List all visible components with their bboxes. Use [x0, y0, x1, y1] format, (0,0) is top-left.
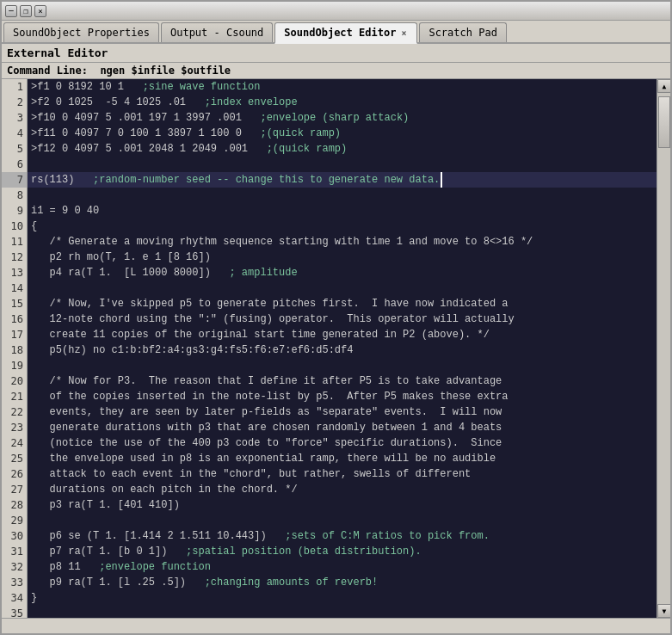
code-text-30: p6 se (T 1. [1.414 2 1.511 10.443])	[31, 528, 285, 544]
code-text-22: events, they are seen by later p-fields …	[31, 404, 502, 420]
code-line-14	[28, 281, 657, 296]
restore-icon: ❐	[23, 7, 28, 15]
code-line-5: >f12 0 4097 5 .001 2048 1 2049 .001 ;(qu…	[28, 141, 657, 157]
code-comment-32: ;envelope function	[99, 559, 211, 575]
restore-button[interactable]: ❐	[20, 5, 32, 17]
code-line-10: {	[28, 219, 657, 234]
line-number-14: 14	[2, 281, 27, 296]
scrollbar: ▲ ▼	[657, 79, 670, 618]
main-window: ─ ❐ × SoundObject Properties Output - Cs…	[0, 0, 672, 635]
code-text-28: p3 ra(T 1. [401 410])	[31, 497, 180, 513]
code-line-6	[28, 157, 657, 172]
code-text-4: >f11 0 4097 7 0 100 1 3897 1 100 0	[31, 126, 260, 141]
command-line-bar: Command Line: ngen $infile $outfile	[2, 63, 670, 79]
line-number-6: 6	[2, 157, 27, 172]
code-text-24: (notice the use of the 400 p3 code to "f…	[31, 435, 502, 451]
code-area[interactable]: >f1 0 8192 10 1 ;sine wave function>f2 0…	[28, 79, 657, 618]
code-text-32: p8 11	[31, 559, 99, 575]
scroll-down-icon: ▼	[663, 607, 667, 615]
line-number-17: 17	[2, 327, 27, 342]
code-text-10: {	[31, 219, 37, 234]
code-comment-2: ;index envelope	[205, 95, 298, 110]
code-line-18: p5(hz) no c1:b:bf2:a4:gs3:g4:fs5:f6:e7:e…	[28, 342, 657, 358]
code-text-2: >f2 0 1025 -5 4 1025 .01	[31, 95, 205, 110]
code-text-31: p7 ra(T 1. [b 0 1])	[31, 544, 186, 559]
code-comment-7: ;random-number seed -- change this to ge…	[93, 172, 440, 188]
line-numbers: 1234567891011121314151617181920212223242…	[2, 79, 28, 618]
code-line-3: >f10 0 4097 5 .001 197 1 3997 .001 ;enve…	[28, 110, 657, 126]
line-number-13: 13	[2, 265, 27, 281]
line-number-23: 23	[2, 420, 27, 435]
line-number-29: 29	[2, 513, 27, 528]
code-line-24: (notice the use of the 400 p3 code to "f…	[28, 435, 657, 451]
title-bar: ─ ❐ ×	[2, 2, 670, 21]
editor-container: 1234567891011121314151617181920212223242…	[2, 79, 670, 618]
tab-label: SoundObject Editor	[284, 27, 396, 39]
code-line-22: events, they are seen by later p-fields …	[28, 404, 657, 420]
code-text-25: the envelope used in p8 is an exponentia…	[31, 451, 496, 466]
code-line-26: attack to each event in the "chord", but…	[28, 466, 657, 482]
line-number-20: 20	[2, 373, 27, 389]
line-number-12: 12	[2, 250, 27, 265]
code-comment-30: ;sets of C:M ratios to pick from.	[285, 528, 490, 544]
line-number-24: 24	[2, 435, 27, 451]
code-text-13: p4 ra(T 1. [L 1000 8000])	[31, 265, 229, 281]
line-number-10: 10	[2, 219, 27, 234]
minimize-button[interactable]: ─	[5, 5, 17, 17]
line-number-11: 11	[2, 234, 27, 250]
code-comment-4: ;(quick ramp)	[260, 126, 341, 141]
code-comment-33: ;changing amounts of reverb!	[205, 575, 379, 590]
code-line-13: p4 ra(T 1. [L 1000 8000]) ; amplitude	[28, 265, 657, 281]
code-text-26: attack to each event in the "chord", but…	[31, 466, 471, 482]
line-number-15: 15	[2, 296, 27, 311]
close-button[interactable]: ×	[34, 5, 46, 17]
title-bar-controls: ─ ❐ ×	[5, 5, 46, 17]
code-line-19	[28, 358, 657, 373]
code-text-18: p5(hz) no c1:b:bf2:a4:gs3:g4:fs5:f6:e7:e…	[31, 342, 353, 358]
line-number-32: 32	[2, 559, 27, 575]
code-line-17: create 11 copies of the original start t…	[28, 327, 657, 342]
line-number-35: 35	[2, 606, 27, 618]
tab-scratch-pad[interactable]: Scratch Pad	[419, 22, 506, 42]
line-number-31: 31	[2, 544, 27, 559]
scrollbar-thumb[interactable]	[658, 96, 670, 148]
line-number-28: 28	[2, 497, 27, 513]
line-number-34: 34	[2, 590, 27, 606]
line-number-22: 22	[2, 404, 27, 420]
code-text-21: of the copies inserted in the note-list …	[31, 389, 509, 404]
code-line-4: >f11 0 4097 7 0 100 1 3897 1 100 0 ;(qui…	[28, 126, 657, 141]
code-line-8	[28, 188, 657, 203]
code-text-34: }	[31, 590, 37, 606]
line-number-5: 5	[2, 141, 27, 157]
line-number-21: 21	[2, 389, 27, 404]
code-line-31: p7 ra(T 1. [b 0 1]) ;spatial position (b…	[28, 544, 657, 559]
line-number-27: 27	[2, 482, 27, 497]
line-number-9: 9	[2, 203, 27, 219]
line-number-2: 2	[2, 95, 27, 110]
code-text-11: /* Generate a moving rhythm sequence sta…	[31, 234, 533, 250]
code-line-23: generate durations with p3 that are chos…	[28, 420, 657, 435]
code-comment-13: ; amplitude	[229, 265, 297, 281]
code-line-7: rs(113) ;random-number seed -- change th…	[28, 172, 657, 188]
tab-bar: SoundObject Properties Output - Csound S…	[2, 21, 670, 44]
scroll-down-button[interactable]: ▼	[657, 604, 670, 618]
header-bar: External Editor	[2, 44, 670, 63]
tab-close-icon[interactable]: ×	[399, 28, 408, 38]
code-text-17: create 11 copies of the original start t…	[31, 327, 490, 342]
tab-output-csound[interactable]: Output - Csound	[161, 22, 273, 42]
code-comment-31: ;spatial position (beta distribution).	[186, 544, 422, 559]
line-number-30: 30	[2, 528, 27, 544]
line-number-19: 19	[2, 358, 27, 373]
tab-soundobject-properties[interactable]: SoundObject Properties	[3, 22, 159, 42]
tab-label: SoundObject Properties	[13, 27, 150, 39]
code-comment-3: ;envelope (sharp attack)	[260, 110, 409, 126]
line-number-25: 25	[2, 451, 27, 466]
code-text-20: /* Now for P3. The reason that I define …	[31, 373, 502, 389]
line-number-26: 26	[2, 466, 27, 482]
scroll-up-button[interactable]: ▲	[657, 79, 670, 93]
code-line-25: the envelope used in p8 is an exponentia…	[28, 451, 657, 466]
scrollbar-track[interactable]	[657, 93, 670, 604]
tab-soundobject-editor[interactable]: SoundObject Editor ×	[274, 22, 417, 44]
line-number-8: 8	[2, 188, 27, 203]
code-line-2: >f2 0 1025 -5 4 1025 .01 ;index envelope	[28, 95, 657, 110]
